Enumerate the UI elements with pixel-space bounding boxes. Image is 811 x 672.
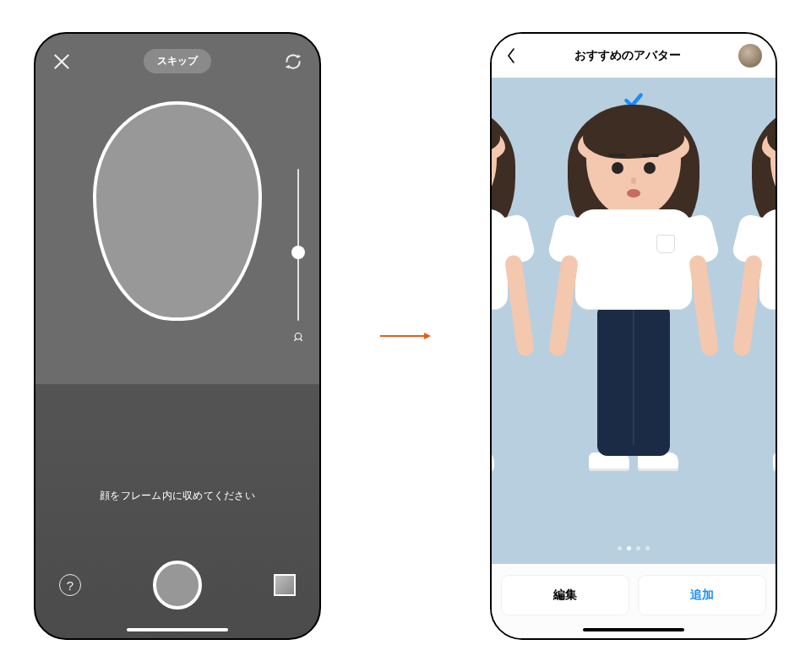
avatar-header: おすすめのアバター <box>492 34 776 78</box>
profile-avatar[interactable] <box>738 44 762 68</box>
back-icon[interactable] <box>505 46 517 66</box>
home-indicator[interactable] <box>127 628 228 631</box>
close-icon[interactable] <box>51 51 73 73</box>
zoom-min-icon <box>291 329 306 344</box>
flow-arrow-icon <box>355 332 456 340</box>
camera-capture-screen: スキップ 顔をフレーム内に収めてください ? <box>34 32 321 640</box>
carousel-dots <box>618 546 650 550</box>
svg-marker-2 <box>424 333 431 339</box>
face-guide-overlay <box>93 101 262 321</box>
capture-bottom-bar: ? <box>35 561 319 610</box>
carousel-dot-active[interactable] <box>627 546 631 550</box>
avatar-carousel[interactable] <box>492 78 776 564</box>
avatar-option-next[interactable] <box>733 117 776 471</box>
edit-button[interactable]: 編集 <box>502 576 629 615</box>
zoom-slider[interactable] <box>297 169 299 321</box>
capture-instruction: 顔をフレーム内に収めてください <box>35 489 319 503</box>
carousel-dot[interactable] <box>636 546 640 550</box>
camera-viewport: スキップ 顔をフレーム内に収めてください ? <box>35 34 319 638</box>
avatar-select-screen: おすすめのアバター <box>490 32 777 640</box>
shutter-button[interactable] <box>153 561 202 610</box>
page-title: おすすめのアバター <box>574 48 681 63</box>
carousel-dot[interactable] <box>645 546 650 550</box>
skip-button[interactable]: スキップ <box>144 49 211 73</box>
carousel-dot[interactable] <box>618 546 622 550</box>
avatar-option-prev[interactable] <box>492 117 534 471</box>
face-outline-icon <box>93 101 262 321</box>
capture-topbar: スキップ <box>35 49 319 73</box>
camera-flip-icon[interactable] <box>282 51 304 73</box>
help-button[interactable]: ? <box>59 574 81 596</box>
add-button[interactable]: 追加 <box>639 576 765 615</box>
home-indicator[interactable] <box>583 628 684 631</box>
avatar-option-selected[interactable] <box>549 117 718 471</box>
gallery-thumbnail-button[interactable] <box>274 574 296 596</box>
avatar-action-bar: 編集 追加 <box>492 564 776 638</box>
zoom-slider-thumb[interactable] <box>291 246 305 259</box>
